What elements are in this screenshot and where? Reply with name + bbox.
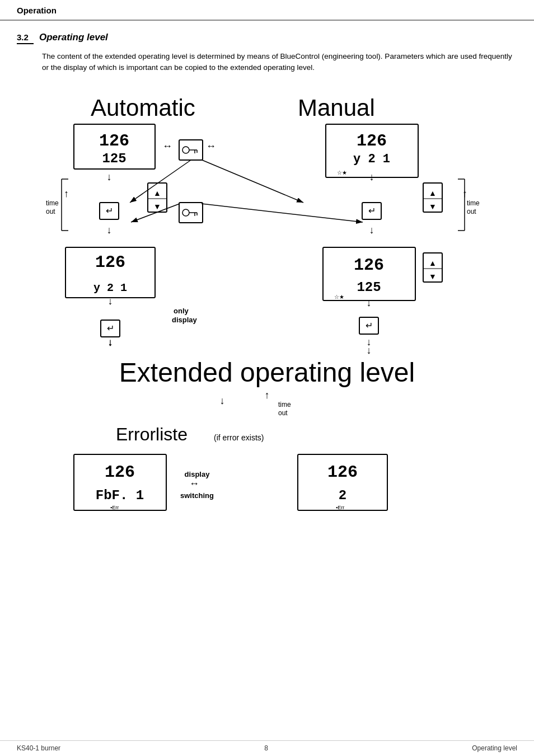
svg-text:▪Err: ▪Err — [110, 505, 119, 510]
svg-text:↓: ↓ — [108, 295, 113, 307]
error-left-lcd: 126 FbF. 1 ▪Err — [74, 454, 166, 510]
page-footer: KS40-1 burner 8 Operating level — [0, 740, 534, 752]
svg-text:↔: ↔ — [189, 478, 199, 489]
key-icon-middle-bottom — [179, 203, 203, 223]
svg-text:↔: ↔ — [162, 140, 172, 152]
svg-text:y 2 1: y 2 1 — [353, 152, 390, 166]
manual-label: Manual — [298, 95, 375, 121]
error-right-lcd: 126 2 ▪Err — [298, 454, 387, 510]
svg-line-50 — [202, 204, 363, 222]
main-content: 3.2 Operating level The content of the e… — [0, 26, 534, 756]
svg-text:display: display — [172, 316, 198, 324]
svg-text:↓: ↓ — [367, 297, 372, 308]
footer-center: 8 — [264, 744, 268, 752]
section-heading: 3.2 Operating level — [17, 32, 517, 44]
svg-text:display: display — [185, 470, 210, 478]
operating-level-diagram: Automatic Manual 126 125 126 y 2 1 ☆★ ↔ — [24, 85, 510, 729]
svg-text:↓: ↓ — [108, 336, 113, 348]
errorliste-label: Errorliste — [116, 424, 188, 444]
svg-text:↓: ↓ — [367, 336, 372, 348]
svg-text:▲: ▲ — [429, 259, 437, 267]
svg-text:↑: ↑ — [265, 389, 270, 401]
svg-text:☆★: ☆★ — [337, 170, 347, 176]
svg-text:↵: ↵ — [107, 323, 114, 333]
key-icon-middle-top — [179, 140, 203, 160]
section-title: Operating level — [39, 32, 108, 43]
extended-label: Extended operating level — [119, 358, 415, 387]
svg-text:↵: ↵ — [106, 206, 113, 215]
svg-text:126: 126 — [105, 463, 135, 482]
section-description: The content of the extended operating le… — [42, 51, 517, 74]
svg-text:↓: ↓ — [107, 171, 112, 182]
svg-text:126: 126 — [327, 463, 358, 482]
svg-text:126: 126 — [99, 132, 129, 151]
svg-text:↵: ↵ — [366, 321, 373, 330]
header-title: Operation — [17, 6, 57, 15]
svg-text:switching: switching — [180, 491, 214, 500]
svg-text:▼: ▼ — [429, 202, 437, 211]
svg-text:125: 125 — [102, 151, 126, 166]
svg-text:time: time — [278, 401, 291, 408]
svg-text:↓: ↓ — [220, 395, 225, 406]
auto-enter-btn-bottom[interactable]: ↵ — [101, 320, 120, 337]
auto-updown-btn[interactable]: ▲ ▼ — [148, 183, 167, 212]
auto-top-lcd: 126 125 — [74, 124, 155, 169]
manual-enter-btn-bottom[interactable]: ↵ — [359, 317, 378, 334]
svg-text:↑: ↑ — [64, 188, 69, 199]
svg-text:only: only — [174, 307, 189, 315]
svg-text:time: time — [467, 199, 480, 207]
svg-text:▲: ▲ — [429, 189, 437, 198]
manual-top-lcd: 126 y 2 1 ☆★ — [326, 124, 418, 177]
svg-text:out: out — [278, 409, 288, 417]
svg-text:125: 125 — [357, 280, 381, 295]
manual-updown-btn-bottom[interactable]: ▲ ▼ — [423, 253, 442, 282]
page-header: Operation — [0, 0, 534, 21]
svg-text:▼: ▼ — [429, 272, 437, 281]
svg-text:↵: ↵ — [368, 206, 376, 215]
automatic-label: Automatic — [91, 95, 195, 121]
svg-text:126: 126 — [354, 256, 384, 275]
footer-left: KS40-1 burner — [17, 744, 60, 752]
svg-text:out: out — [467, 208, 476, 215]
svg-text:time: time — [46, 199, 59, 207]
svg-text:126: 126 — [357, 132, 387, 151]
svg-text:↔: ↔ — [206, 140, 216, 152]
svg-text:▼: ▼ — [153, 202, 161, 211]
svg-text:126: 126 — [95, 253, 125, 272]
svg-text:FbF. 1: FbF. 1 — [96, 488, 144, 503]
svg-text:↓: ↓ — [107, 224, 112, 236]
svg-text:y  2  1: y 2 1 — [93, 281, 127, 294]
auto-enter-btn-top[interactable]: ↵ — [100, 203, 119, 219]
auto-bottom-lcd: 126 y 2 1 — [65, 247, 155, 298]
svg-text:▲: ▲ — [153, 189, 161, 198]
manual-enter-btn-top[interactable]: ↵ — [362, 203, 381, 219]
manual-updown-btn[interactable]: ▲ ▼ — [423, 183, 442, 212]
svg-text:2: 2 — [339, 488, 346, 503]
error-exists-label: (if error exists) — [214, 433, 264, 442]
section-number: 3.2 — [17, 32, 34, 44]
footer-right: Operating level — [472, 744, 517, 752]
svg-text:☆★: ☆★ — [334, 294, 344, 300]
svg-text:▪Err: ▪Err — [336, 505, 344, 510]
manual-bottom-lcd: 126 125 ☆★ — [323, 247, 415, 300]
svg-text:↓: ↓ — [369, 224, 374, 236]
svg-text:↓: ↓ — [369, 171, 374, 182]
svg-line-43 — [202, 160, 303, 203]
svg-text:out: out — [46, 208, 55, 215]
